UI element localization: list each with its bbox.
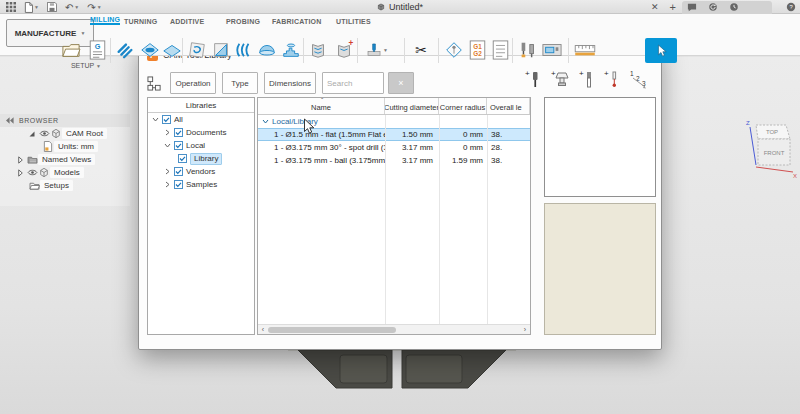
filter-dimensions-button[interactable]: Dimensions (264, 72, 316, 94)
search-input[interactable] (322, 72, 384, 94)
chevron-down-icon[interactable] (151, 116, 159, 123)
library-node-documents[interactable]: Documents (148, 126, 254, 139)
viewcube-top-face[interactable]: TOP (766, 129, 778, 135)
g1g2-simulation-icon[interactable]: G1G2 (466, 39, 488, 61)
slot-milling-icon[interactable] (232, 39, 254, 61)
collapse-panel-icon[interactable] (6, 117, 14, 124)
viewcube[interactable]: TOP FRONT Z X (738, 115, 798, 181)
checkbox-checked-icon[interactable] (178, 154, 187, 163)
dome-finishing-icon[interactable] (256, 39, 278, 61)
save-icon[interactable] (47, 2, 57, 12)
library-node-vendors[interactable]: Vendors (148, 165, 254, 178)
new-setup-icon[interactable] (60, 39, 82, 61)
tool-library-icon[interactable] (517, 39, 539, 61)
drill-icon[interactable]: ▼ (366, 39, 388, 61)
renumber-tools-icon[interactable]: 123 (629, 69, 649, 90)
tool-row-flat-endmill[interactable]: 1 - Ø1.5 mm - flat (1.5mm Flat e... 1.50… (258, 128, 530, 141)
scrollbar-thumb[interactable] (268, 327, 396, 333)
new-mill-tool-icon[interactable]: + (525, 69, 542, 90)
2d-contour-icon[interactable] (186, 39, 208, 61)
expanded-arrow-icon[interactable] (26, 130, 38, 138)
new-operation-icon[interactable]: + (333, 39, 355, 61)
tab-turning[interactable]: TURNING (124, 14, 157, 25)
spiral-finishing-icon[interactable] (280, 39, 302, 61)
browser-item-named-views[interactable]: Named Views (0, 153, 130, 166)
library-node-library[interactable]: Library (148, 152, 254, 165)
checkbox-checked-icon[interactable] (174, 141, 183, 150)
scroll-right-icon[interactable]: › (520, 325, 530, 334)
library-node-label[interactable]: All (174, 115, 183, 124)
new-turning-tool-icon[interactable]: + (579, 69, 595, 90)
browser-item-cam-root[interactable]: CAM Root (0, 127, 130, 140)
toolpath-edit-icon[interactable] (307, 39, 329, 61)
machine-library-icon[interactable] (541, 39, 563, 61)
library-node-label[interactable]: Documents (186, 128, 226, 137)
checkbox-checked-icon[interactable] (174, 180, 183, 189)
checkbox-checked-icon[interactable] (174, 128, 183, 137)
browser-item-label[interactable]: Named Views (38, 154, 95, 165)
history-clock-icon[interactable] (729, 2, 739, 12)
tool-row-spot-drill[interactable]: 1 - Ø3.175 mm 30° - spot drill (3... 3.1… (258, 141, 530, 154)
filter-operation-button[interactable]: Operation (170, 72, 216, 94)
column-header-overall-length[interactable]: Overall le (487, 98, 530, 114)
library-node-label[interactable]: Samples (186, 180, 217, 189)
setup-sheet-icon[interactable] (489, 39, 511, 61)
setup-group-label[interactable]: SETUP ▼ (58, 62, 114, 69)
filter-type-button[interactable]: Type (222, 72, 258, 94)
browser-item-setups[interactable]: Setups (0, 179, 130, 192)
browser-item-label[interactable]: CAM Root (62, 128, 107, 139)
tab-milling[interactable]: MILLING (90, 14, 120, 25)
app-grid-icon[interactable] (6, 2, 16, 12)
clear-search-button[interactable]: × (388, 72, 414, 94)
undo-icon[interactable]: ↶▼ (65, 2, 79, 13)
adaptive-clearing-icon[interactable] (114, 39, 136, 61)
library-node-label[interactable]: Vendors (186, 167, 215, 176)
face-milling-icon[interactable] (161, 39, 183, 61)
select-tool-button[interactable] (645, 38, 677, 63)
table-group-row[interactable]: Local/Library (258, 115, 530, 128)
scroll-left-icon[interactable]: ‹ (258, 325, 268, 334)
library-node-label[interactable]: Library (190, 153, 222, 165)
chevron-right-icon[interactable] (163, 129, 171, 136)
comments-bubble-icon[interactable] (687, 3, 697, 12)
visibility-eye-icon[interactable] (26, 169, 38, 176)
browser-item-label[interactable]: Models (50, 167, 84, 178)
measure-icon[interactable] (574, 39, 596, 61)
scissors-trim-icon[interactable]: ✂ (410, 39, 432, 61)
chevron-down-icon[interactable] (262, 118, 269, 125)
inspect-icon[interactable] (443, 39, 465, 61)
file-menu-icon[interactable]: ▼ (24, 2, 39, 13)
collapsed-arrow-icon[interactable] (14, 156, 26, 164)
tool-row-ball-endmill[interactable]: 1 - Ø3.175 mm - ball (3.175mm ... 3.17 m… (258, 154, 530, 167)
visibility-eye-icon[interactable] (38, 130, 50, 137)
sync-icon[interactable] (708, 2, 718, 12)
tab-additive[interactable]: ADDITIVE (170, 14, 204, 25)
browser-item-units[interactable]: Units: mm (0, 140, 130, 153)
column-header-corner-radius[interactable]: Corner radius (439, 98, 487, 114)
library-node-all[interactable]: All (148, 113, 254, 126)
library-node-samples[interactable]: Samples (148, 178, 254, 191)
tab-fabrication[interactable]: FABRICATION (272, 14, 322, 25)
horizontal-scrollbar[interactable]: ‹ › (258, 324, 530, 334)
browser-item-label[interactable]: Units: mm (54, 141, 98, 152)
column-header-cutting-diameter[interactable]: Cutting diameter (385, 98, 439, 114)
new-tab-icon[interactable]: + (670, 1, 676, 13)
tab-probing[interactable]: PROBING (226, 14, 260, 25)
new-holder-icon[interactable]: + (551, 69, 570, 90)
new-probe-icon[interactable]: + (604, 69, 620, 90)
redo-icon[interactable]: ↷▼ (87, 2, 101, 13)
3d-model-part[interactable] (288, 344, 516, 392)
close-tab-icon[interactable]: ✕ (651, 2, 659, 12)
collapsed-arrow-icon[interactable] (14, 169, 26, 177)
library-node-label[interactable]: Local (186, 141, 205, 150)
browser-item-models[interactable]: Models (0, 166, 130, 179)
help-icon[interactable]: ? (786, 2, 796, 12)
viewcube-front-face[interactable]: FRONT (764, 150, 785, 156)
browser-panel-header[interactable]: BROWSER (0, 114, 130, 127)
generate-gcode-icon[interactable]: G (86, 39, 108, 61)
chevron-down-icon[interactable] (163, 142, 171, 149)
chevron-right-icon[interactable] (163, 181, 171, 188)
chevron-right-icon[interactable] (163, 168, 171, 175)
column-header-name[interactable]: ˆName (258, 98, 385, 114)
library-node-local[interactable]: Local (148, 139, 254, 152)
